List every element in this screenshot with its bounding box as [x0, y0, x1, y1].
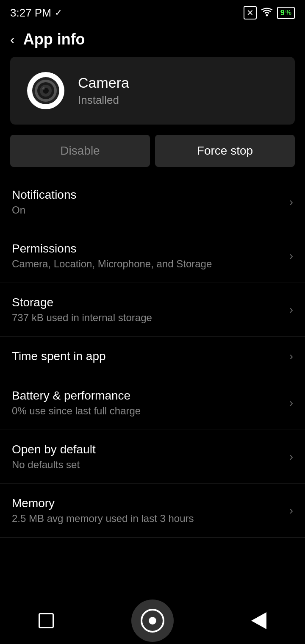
- top-nav: ‹ App info: [0, 24, 305, 57]
- open-by-default-title: Open by default: [12, 443, 283, 456]
- settings-list: Notifications On › Permissions Camera, L…: [0, 175, 305, 538]
- storage-chevron: ›: [289, 303, 293, 316]
- battery-title: Battery & performance: [12, 389, 283, 402]
- app-info-text: Camera Installed: [78, 75, 129, 107]
- action-buttons: Disable Force stop: [10, 135, 295, 167]
- notification-icon: ✕: [244, 6, 257, 19]
- storage-sub: 737 kB used in internal storage: [12, 312, 283, 324]
- battery-chevron: ›: [289, 396, 293, 410]
- time-label: 3:27 PM: [10, 6, 51, 19]
- svg-point-7: [42, 87, 45, 90]
- notifications-title: Notifications: [12, 188, 283, 202]
- permissions-item[interactable]: Permissions Camera, Location, Microphone…: [0, 229, 305, 283]
- status-bar: 3:27 PM ✓ ✕ 9 %: [0, 0, 305, 24]
- back-button[interactable]: ‹: [10, 33, 15, 46]
- battery-sub: 0% use since last full charge: [12, 405, 283, 417]
- recents-icon: [39, 613, 54, 628]
- notifications-item[interactable]: Notifications On ›: [0, 175, 305, 229]
- app-card: Camera Installed: [10, 57, 295, 125]
- app-icon: [27, 72, 64, 109]
- memory-title: Memory: [12, 497, 283, 510]
- time-spent-title: Time spent in app: [12, 350, 283, 363]
- storage-item[interactable]: Storage 737 kB used in internal storage …: [0, 283, 305, 337]
- recents-button[interactable]: [39, 613, 54, 628]
- open-by-default-item[interactable]: Open by default No defaults set ›: [0, 430, 305, 484]
- time-spent-item[interactable]: Time spent in app ›: [0, 337, 305, 376]
- storage-title: Storage: [12, 296, 283, 309]
- battery-item[interactable]: Battery & performance 0% use since last …: [0, 376, 305, 430]
- svg-point-0: [266, 14, 268, 17]
- status-icons: ✕ 9 %: [244, 6, 295, 19]
- wifi-icon: [261, 7, 273, 18]
- memory-item[interactable]: Memory 2.5 MB avg memory used in last 3 …: [0, 484, 305, 538]
- permissions-title: Permissions: [12, 242, 283, 255]
- status-time: 3:27 PM ✓: [10, 6, 62, 19]
- memory-chevron: ›: [289, 504, 293, 517]
- time-spent-chevron: ›: [289, 350, 293, 363]
- open-by-default-chevron: ›: [289, 450, 293, 464]
- permissions-sub: Camera, Location, Microphone, and Storag…: [12, 258, 283, 270]
- back-nav-button[interactable]: [251, 612, 266, 629]
- memory-sub: 2.5 MB avg memory used in last 3 hours: [12, 513, 283, 525]
- open-by-default-sub: No defaults set: [12, 459, 283, 471]
- bottom-nav: [0, 602, 305, 644]
- back-icon: [251, 612, 266, 629]
- force-stop-button[interactable]: Force stop: [155, 135, 295, 167]
- home-icon: [131, 600, 174, 642]
- battery-icon: 9 %: [277, 7, 295, 19]
- disable-button[interactable]: Disable: [10, 135, 150, 167]
- page-title: App info: [23, 31, 85, 48]
- permissions-chevron: ›: [289, 249, 293, 263]
- check-icon: ✓: [55, 7, 62, 18]
- notifications-chevron: ›: [289, 195, 293, 209]
- camera-icon-svg: [29, 74, 63, 108]
- notifications-sub: On: [12, 204, 283, 216]
- app-status: Installed: [78, 94, 129, 107]
- battery-level: 9: [280, 8, 285, 17]
- home-button[interactable]: [131, 600, 174, 642]
- app-name: Camera: [78, 75, 129, 91]
